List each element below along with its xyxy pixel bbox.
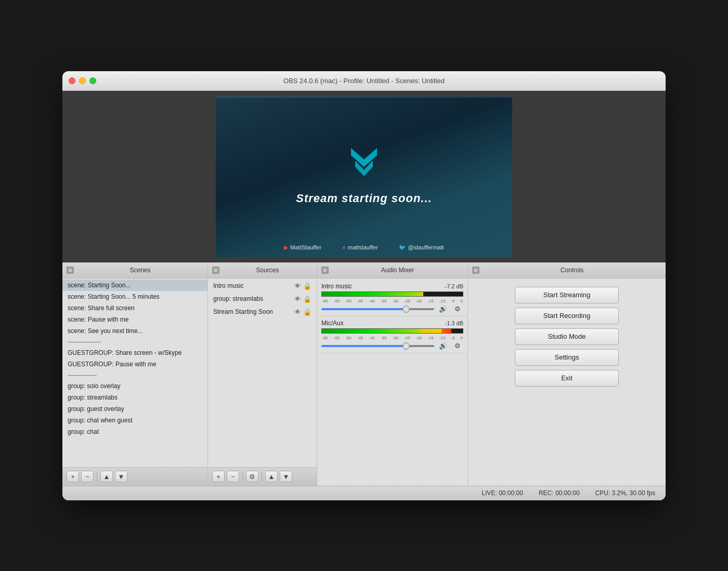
scene-item[interactable]: group: solo overlay (62, 380, 207, 392)
twitch-icon: ● (342, 244, 346, 250)
scene-item[interactable]: group: chat (62, 426, 207, 437)
scenes-panel-icon: ⊞ (67, 267, 74, 274)
scenes-panel: ⊞ Scenes scene: Starting Soon... scene: … (62, 263, 208, 486)
scene-item[interactable]: scene: Starting Soon... (62, 280, 207, 291)
lock-icon[interactable]: 🔒 (303, 295, 311, 303)
audio-track-name: Intro music (321, 283, 352, 290)
lock-icon[interactable]: 🔒 (303, 308, 311, 316)
audio-settings-button[interactable]: ⚙ (452, 341, 463, 351)
mute-button[interactable]: 🔊 (437, 341, 449, 351)
sources-settings-button[interactable]: ⚙ (246, 471, 258, 482)
scenes-add-button[interactable]: + (67, 471, 79, 482)
audio-mixer-content: Intro music -7.2 dB -60-55-50-45-40-35-3… (317, 278, 467, 486)
twitter-icon: 🐦 (399, 244, 406, 251)
sources-panel-title: Sources (223, 267, 313, 274)
meter-labels: -60-55-50-45-40-35-30-25-20-15-10-50 (321, 299, 463, 303)
source-label: Intro music (213, 282, 244, 289)
scenes-move-down-button[interactable]: ▼ (115, 471, 127, 482)
controls-panel: ⊞ Controls Start Streaming Start Recordi… (468, 263, 666, 486)
fader-row: 🔊 ⚙ (321, 341, 463, 351)
start-recording-button[interactable]: Start Recording (515, 308, 619, 324)
controls-panel-header: ⊞ Controls (468, 263, 666, 278)
obs-window: OBS 24.0.6 (mac) - Profile: Untitled - S… (62, 71, 666, 500)
fader-thumb[interactable] (402, 342, 410, 350)
controls-content: Start Streaming Start Recording Studio M… (468, 278, 666, 486)
audio-track-db: -7.2 dB (445, 283, 463, 289)
meter-yellow (421, 329, 442, 333)
source-item[interactable]: Stream Starting Soon 👁 🔒 (208, 306, 317, 318)
sources-list: Intro music 👁 🔒 group: streamlabs 👁 🔒 St… (208, 278, 317, 467)
scene-divider: ---------------- (62, 337, 207, 347)
preview-area: Stream starting soon... ▶ MattStauffer ●… (62, 91, 666, 262)
sources-panel-icon: ⊞ (212, 267, 219, 274)
fader-thumb[interactable] (402, 306, 410, 313)
meter-level-overlay (451, 329, 463, 333)
audio-panel: ⊞ Audio Mixer Intro music -7.2 dB (317, 263, 468, 486)
scenes-move-up-button[interactable]: ▲ (100, 471, 113, 482)
source-item[interactable]: group: streamlabs 👁 🔒 (208, 293, 317, 306)
controls-panel-title: Controls (483, 267, 661, 274)
studio-mode-button[interactable]: Studio Mode (515, 328, 619, 345)
sources-add-button[interactable]: + (212, 471, 225, 482)
rec-status: REC: 00:00:00 (539, 489, 580, 497)
scene-item[interactable]: GUESTGROUP: Share screen - w/Skype (62, 347, 207, 358)
scene-item[interactable]: scene: Starting Soon... 5 minutes (62, 291, 207, 302)
scene-item[interactable]: scene: See you next time... (62, 325, 207, 337)
visibility-icon[interactable]: 👁 (294, 308, 301, 316)
scenes-list: scene: Starting Soon... scene: Starting … (62, 278, 207, 467)
preview-canvas: Stream starting soon... ▶ MattStauffer ●… (216, 96, 512, 257)
social-youtube: ▶ MattStauffer (284, 244, 321, 251)
audio-track-name: Mic/Aux (321, 320, 344, 327)
titlebar: OBS 24.0.6 (mac) - Profile: Untitled - S… (62, 71, 666, 91)
svg-marker-0 (351, 148, 377, 167)
sources-move-up-button[interactable]: ▲ (265, 471, 278, 482)
scene-item[interactable]: group: streamlabs (62, 392, 207, 403)
sources-remove-button[interactable]: − (227, 471, 239, 482)
meter-green (322, 292, 421, 296)
close-button[interactable] (69, 77, 75, 84)
scene-divider: -------------- (62, 370, 207, 380)
visibility-icon[interactable]: 👁 (294, 295, 301, 303)
fader-track[interactable] (321, 308, 434, 310)
source-icons: 👁 🔒 (294, 282, 311, 290)
scenes-panel-title: Scenes (77, 267, 203, 274)
live-status: LIVE: 00:00:00 (482, 489, 523, 497)
sources-move-down-button[interactable]: ▼ (280, 471, 292, 482)
exit-button[interactable]: Exit (515, 370, 619, 387)
audio-track-header: Intro music -7.2 dB (321, 283, 463, 290)
lock-icon[interactable]: 🔒 (303, 282, 311, 290)
audio-panel-header: ⊞ Audio Mixer (317, 263, 467, 278)
mute-button[interactable]: 🔊 (437, 304, 449, 314)
window-title: OBS 24.0.6 (mac) - Profile: Untitled - S… (283, 77, 445, 85)
minimize-button[interactable] (79, 77, 86, 84)
scenes-toolbar: + − ▲ ▼ (62, 467, 207, 486)
scene-item[interactable]: GUESTGROUP: Pause with me (62, 358, 207, 370)
social-twitch: ● mattstauffer (342, 244, 378, 250)
meter-labels: -60-55-50-45-40-35-30-25-20-15-10-50 (321, 336, 463, 340)
sources-toolbar-divider (242, 472, 243, 481)
preview-social: ▶ MattStauffer ● mattstauffer 🐦 @stauffe… (284, 244, 444, 251)
audio-panel-icon: ⊞ (321, 267, 329, 274)
scenes-toolbar-divider (97, 472, 97, 481)
audio-track-db: -1.3 dB (445, 320, 463, 326)
status-bar: LIVE: 00:00:00 REC: 00:00:00 CPU: 3.2%, … (62, 486, 666, 500)
scene-item[interactable]: scene: Share full screen (62, 302, 207, 314)
settings-button[interactable]: Settings (515, 349, 619, 366)
audio-settings-button[interactable]: ⚙ (452, 304, 463, 314)
sources-panel: ⊞ Sources Intro music 👁 🔒 group: streaml… (208, 263, 317, 486)
audio-meter (321, 328, 463, 334)
source-item[interactable]: Intro music 👁 🔒 (208, 280, 317, 293)
youtube-icon: ▶ (284, 244, 288, 251)
stream-soon-text: Stream starting soon... (296, 192, 432, 205)
scenes-remove-button[interactable]: − (81, 471, 94, 482)
maximize-button[interactable] (89, 77, 96, 84)
sources-toolbar-divider2 (262, 472, 262, 481)
start-streaming-button[interactable]: Start Streaming (515, 287, 619, 303)
scene-item[interactable]: scene: Pause with me (62, 314, 207, 325)
fader-track[interactable] (321, 345, 434, 347)
fader-row: 🔊 ⚙ (321, 304, 463, 314)
social-twitter: 🐦 @stauffermatt (399, 244, 444, 251)
scene-item[interactable]: group: guest overlay (62, 403, 207, 415)
visibility-icon[interactable]: 👁 (294, 282, 301, 290)
scene-item[interactable]: group: chat when guest (62, 415, 207, 426)
